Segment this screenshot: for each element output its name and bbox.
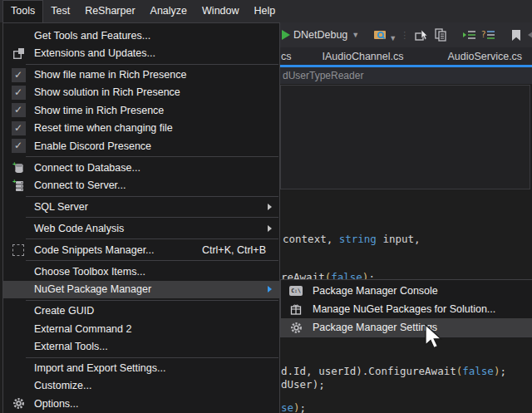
code-segment: ) [293, 401, 300, 413]
tab-iaudiochannel-cs[interactable]: IAudioChannel.cs [323, 51, 404, 62]
tab-bar: csIAudioChannel.csAudioService.cs [280, 47, 532, 65]
menu-separator [26, 64, 278, 65]
menu-separator [26, 300, 278, 301]
menu-item-customize[interactable]: Customize... [3, 377, 279, 395]
indent-lines-icon[interactable] [462, 29, 476, 41]
menu-item-code-snippets-manager[interactable]: Code Snippets Manager...Ctrl+K, Ctrl+B [3, 241, 279, 258]
menu-item-connect-to-server[interactable]: +Connect to Server... [3, 176, 279, 194]
menu-separator [26, 238, 278, 239]
svg-text:+: + [12, 161, 17, 168]
svg-text:?: ? [481, 30, 485, 39]
code-segment: string [339, 233, 377, 245]
code-line: dUser); [281, 378, 325, 391]
extensions-icon [8, 47, 28, 60]
menu-item-options[interactable]: Options... [3, 395, 279, 412]
menu-separator [26, 217, 278, 218]
code-segment: dUser); [281, 378, 325, 391]
menubar-item-window[interactable]: Window [195, 0, 246, 22]
menubar-item-help[interactable]: Help [247, 0, 283, 22]
menu-item-sql-server[interactable]: SQL Server [3, 198, 279, 215]
menu-item-label: Manage NuGet Packages for Solution... [313, 303, 495, 315]
code-segment: ; [300, 401, 307, 413]
check-icon: ✓ [8, 86, 28, 100]
menu-item-import-and-export-settings[interactable]: Import and Export Settings... [3, 359, 279, 376]
menu-item-nuget-package-manager[interactable]: NuGet Package Manager [3, 281, 279, 298]
breadcrumb[interactable]: dUserTypeReader [280, 67, 532, 84]
menu-item-label: External Command 2 [34, 323, 131, 335]
copy-icon[interactable] [434, 28, 447, 42]
prev-bookmark-icon[interactable] [527, 29, 532, 42]
menu-item-label: SQL Server [34, 201, 88, 213]
menu-item-label: Package Manager Console [313, 285, 438, 297]
run-config-dropdown[interactable]: DNetDebug ▼ [293, 29, 359, 41]
menu-separator [26, 357, 278, 358]
menu-item-extensions-and-updates[interactable]: Extensions and Updates... [3, 44, 279, 61]
code-line: d.Id, userId).ConfigureAwait(false); [281, 365, 506, 377]
menu-separator [26, 196, 278, 197]
code-segment: false [462, 365, 494, 377]
menubar-item-resharper[interactable]: ReSharper [77, 0, 142, 22]
code-segment: ; [500, 365, 506, 377]
run-icon[interactable] [282, 30, 290, 40]
search-in-solution-icon[interactable] [373, 28, 388, 42]
menu-item-choose-toolbox-items[interactable]: Choose Toolbox Items... [3, 263, 279, 280]
menu-item-show-time-in-rich-presence[interactable]: ✓Show time in Rich Presence [3, 101, 279, 119]
menubar: ToolsTestReSharperAnalyzeWindowHelp [0, 0, 532, 22]
breadcrumb-label: dUserTypeReader [283, 70, 363, 81]
toolbar-grip[interactable]: ⋮ [400, 30, 409, 41]
menu-item-label: Connect to Database... [34, 162, 140, 174]
database-icon: + [8, 161, 28, 175]
menu-item-external-tools[interactable]: External Tools... [3, 337, 279, 355]
menu-item-label: Choose Toolbox Items... [34, 266, 145, 278]
menu-item-label: Options... [34, 398, 79, 410]
format-lines-icon[interactable]: ? [481, 29, 495, 41]
menu-item-enable-discord-presence[interactable]: ✓Enable Discord Presence [3, 137, 279, 155]
menu-item-connect-to-database[interactable]: +Connect to Database... [3, 159, 279, 176]
code-segment: input, [377, 233, 421, 245]
snippets-icon [8, 244, 28, 256]
tab-cs[interactable]: cs [281, 51, 292, 62]
menu-item-label: Reset time when changing file [34, 122, 173, 134]
toolbar: DNetDebug ▼ ▼ ⋮ ? [280, 22, 532, 47]
package-icon [286, 302, 306, 316]
menu-separator [26, 260, 278, 261]
vs-window: ToolsTestReSharperAnalyzeWindowHelp DNet… [0, 0, 532, 413]
menu-item-web-code-analysis[interactable]: Web Code Analysis [3, 219, 279, 237]
bookmark-icon[interactable] [510, 29, 522, 42]
menubar-item-test[interactable]: Test [43, 0, 77, 22]
menu-item-label: Import and Export Settings... [34, 362, 165, 374]
menu-item-get-tools-and-features[interactable]: Get Tools and Features... [3, 27, 279, 44]
menubar-item-analyze[interactable]: Analyze [143, 0, 195, 22]
menu-item-show-solution-in-rich-presence[interactable]: ✓Show solution in Rich Presence [3, 84, 279, 101]
chevron-down-icon: ▼ [352, 31, 359, 39]
menu-separator [26, 156, 278, 157]
menu-item-label: Enable Discord Presence [34, 140, 151, 152]
menu-item-create-guid[interactable]: Create GUID [3, 302, 279, 320]
menu-item-external-command-2[interactable]: External Command 2 [3, 320, 279, 337]
check-icon: ✓ [8, 68, 28, 82]
console-icon: C:\ [286, 286, 306, 296]
menu-item-package-manager-console[interactable]: C:\Package Manager Console [281, 282, 532, 300]
menu-item-label: Web Code Analysis [34, 223, 124, 234]
menu-item-reset-time-when-changing-file[interactable]: ✓Reset time when changing file [3, 120, 279, 137]
code-line: context, string input, [283, 233, 421, 245]
menu-item-label: Show time in Rich Presence [34, 105, 164, 116]
editor[interactable] [280, 84, 532, 413]
menu-item-show-file-name-in-rich-presence[interactable]: ✓Show file name in Rich Presence [3, 66, 279, 83]
code-segment: context, [283, 233, 339, 245]
server-icon: + [8, 179, 28, 192]
submenu-arrow-icon [268, 286, 272, 293]
submenu-arrow-icon [268, 225, 272, 232]
chevron-down-icon[interactable]: ▼ [389, 34, 397, 42]
menu-item-label: Extensions and Updates... [34, 47, 155, 59]
menu-item-package-manager-settings[interactable]: Package Manager Settings [281, 318, 532, 337]
tab-audioservice-cs[interactable]: AudioService.cs [447, 51, 522, 62]
menubar-item-tools[interactable]: Tools [2, 0, 43, 22]
menu-item-manage-nuget-packages-for-solution[interactable]: Manage NuGet Packages for Solution... [281, 300, 532, 318]
code-segment: se [281, 401, 293, 413]
navigate-cursor-icon[interactable] [415, 29, 429, 42]
gear-icon [8, 397, 28, 410]
menu-item-label: NuGet Package Manager [34, 283, 151, 295]
svg-text:+: + [12, 179, 17, 185]
editor-panel [280, 85, 530, 189]
